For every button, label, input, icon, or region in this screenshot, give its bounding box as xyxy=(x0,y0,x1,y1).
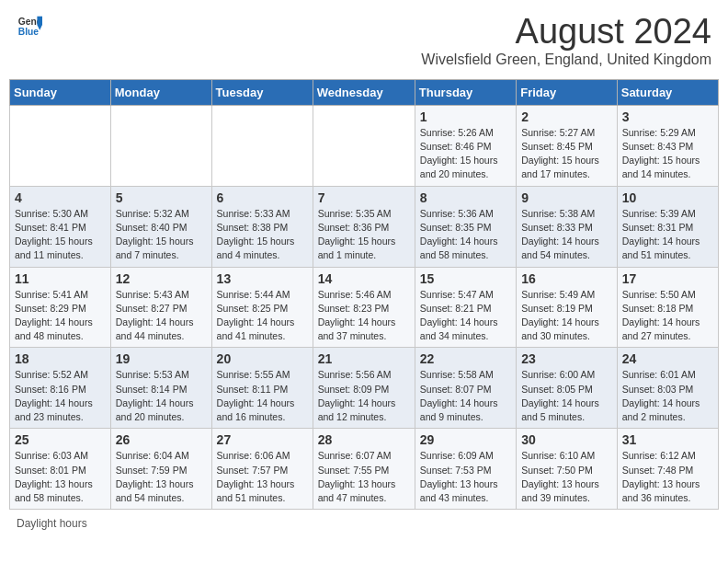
table-row: 26Sunrise: 6:04 AM Sunset: 7:59 PM Dayli… xyxy=(110,429,211,510)
calendar-header-row: Sunday Monday Tuesday Wednesday Thursday… xyxy=(10,79,719,105)
day-number: 2 xyxy=(521,109,612,124)
calendar-week-5: 25Sunrise: 6:03 AM Sunset: 8:01 PM Dayli… xyxy=(10,429,719,510)
col-thursday: Thursday xyxy=(415,79,516,105)
day-number: 30 xyxy=(521,432,612,447)
day-info: Sunrise: 5:33 AM Sunset: 8:38 PM Dayligh… xyxy=(217,207,308,263)
day-number: 5 xyxy=(116,190,207,205)
day-number: 7 xyxy=(318,190,410,205)
table-row: 5Sunrise: 5:32 AM Sunset: 8:40 PM Daylig… xyxy=(110,186,211,267)
table-row xyxy=(211,105,313,186)
day-number: 28 xyxy=(318,432,410,447)
day-info: Sunrise: 5:26 AM Sunset: 8:46 PM Dayligh… xyxy=(420,126,511,182)
col-saturday: Saturday xyxy=(617,79,718,105)
day-number: 15 xyxy=(420,271,511,286)
main-title: August 2024 xyxy=(421,13,711,52)
table-row: 12Sunrise: 5:43 AM Sunset: 8:27 PM Dayli… xyxy=(110,267,211,348)
day-info: Sunrise: 5:50 AM Sunset: 8:18 PM Dayligh… xyxy=(622,288,713,344)
day-info: Sunrise: 6:00 AM Sunset: 8:05 PM Dayligh… xyxy=(521,368,612,424)
day-info: Sunrise: 5:27 AM Sunset: 8:45 PM Dayligh… xyxy=(521,126,612,182)
calendar-week-4: 18Sunrise: 5:52 AM Sunset: 8:16 PM Dayli… xyxy=(10,348,719,429)
day-number: 21 xyxy=(318,351,410,366)
day-info: Sunrise: 5:38 AM Sunset: 8:33 PM Dayligh… xyxy=(521,207,612,263)
subtitle: Wivelsfield Green, England, United Kingd… xyxy=(421,52,711,68)
day-number: 6 xyxy=(217,190,308,205)
day-info: Sunrise: 5:53 AM Sunset: 8:14 PM Dayligh… xyxy=(116,368,207,424)
day-number: 13 xyxy=(217,271,308,286)
day-number: 25 xyxy=(15,432,106,447)
day-info: Sunrise: 6:10 AM Sunset: 7:50 PM Dayligh… xyxy=(521,449,612,505)
day-number: 14 xyxy=(318,271,410,286)
calendar-table: Sunday Monday Tuesday Wednesday Thursday… xyxy=(9,79,719,510)
day-info: Sunrise: 5:56 AM Sunset: 8:09 PM Dayligh… xyxy=(318,368,410,424)
table-row: 21Sunrise: 5:56 AM Sunset: 8:09 PM Dayli… xyxy=(313,348,415,429)
calendar-week-2: 4Sunrise: 5:30 AM Sunset: 8:41 PM Daylig… xyxy=(10,186,719,267)
day-number: 10 xyxy=(622,190,713,205)
day-number: 26 xyxy=(116,432,207,447)
table-row: 25Sunrise: 6:03 AM Sunset: 8:01 PM Dayli… xyxy=(10,429,111,510)
day-number: 8 xyxy=(420,190,511,205)
page-header: General Blue August 2024 Wivelsfield Gre… xyxy=(9,9,719,72)
table-row: 14Sunrise: 5:46 AM Sunset: 8:23 PM Dayli… xyxy=(313,267,415,348)
svg-text:Blue: Blue xyxy=(18,27,40,37)
day-info: Sunrise: 6:09 AM Sunset: 7:53 PM Dayligh… xyxy=(420,449,511,505)
day-number: 16 xyxy=(521,271,612,286)
svg-marker-2 xyxy=(37,17,42,25)
footer: Daylight hours xyxy=(9,517,719,530)
day-number: 20 xyxy=(217,351,308,366)
table-row: 30Sunrise: 6:10 AM Sunset: 7:50 PM Dayli… xyxy=(517,429,618,510)
day-number: 17 xyxy=(622,271,713,286)
table-row: 24Sunrise: 6:01 AM Sunset: 8:03 PM Dayli… xyxy=(617,348,718,429)
table-row: 2Sunrise: 5:27 AM Sunset: 8:45 PM Daylig… xyxy=(517,105,618,186)
day-info: Sunrise: 6:12 AM Sunset: 7:48 PM Dayligh… xyxy=(622,449,713,505)
day-info: Sunrise: 6:06 AM Sunset: 7:57 PM Dayligh… xyxy=(217,449,308,505)
day-info: Sunrise: 5:36 AM Sunset: 8:35 PM Dayligh… xyxy=(420,207,511,263)
table-row: 28Sunrise: 6:07 AM Sunset: 7:55 PM Dayli… xyxy=(313,429,415,510)
table-row: 11Sunrise: 5:41 AM Sunset: 8:29 PM Dayli… xyxy=(10,267,111,348)
day-number: 23 xyxy=(521,351,612,366)
day-info: Sunrise: 6:01 AM Sunset: 8:03 PM Dayligh… xyxy=(622,368,713,424)
day-info: Sunrise: 5:35 AM Sunset: 8:36 PM Dayligh… xyxy=(318,207,410,263)
day-info: Sunrise: 5:44 AM Sunset: 8:25 PM Dayligh… xyxy=(217,288,308,344)
calendar-week-1: 1Sunrise: 5:26 AM Sunset: 8:46 PM Daylig… xyxy=(10,105,719,186)
col-wednesday: Wednesday xyxy=(313,79,415,105)
day-number: 1 xyxy=(420,109,511,124)
logo: General Blue xyxy=(17,13,42,39)
day-number: 22 xyxy=(420,351,511,366)
table-row: 19Sunrise: 5:53 AM Sunset: 8:14 PM Dayli… xyxy=(110,348,211,429)
day-number: 3 xyxy=(622,109,713,124)
table-row: 17Sunrise: 5:50 AM Sunset: 8:18 PM Dayli… xyxy=(617,267,718,348)
daylight-label: Daylight hours xyxy=(17,517,87,530)
table-row: 16Sunrise: 5:49 AM Sunset: 8:19 PM Dayli… xyxy=(517,267,618,348)
table-row: 7Sunrise: 5:35 AM Sunset: 8:36 PM Daylig… xyxy=(313,186,415,267)
table-row: 27Sunrise: 6:06 AM Sunset: 7:57 PM Dayli… xyxy=(211,429,313,510)
day-info: Sunrise: 5:47 AM Sunset: 8:21 PM Dayligh… xyxy=(420,288,511,344)
table-row: 1Sunrise: 5:26 AM Sunset: 8:46 PM Daylig… xyxy=(415,105,516,186)
day-number: 4 xyxy=(15,190,106,205)
day-info: Sunrise: 5:30 AM Sunset: 8:41 PM Dayligh… xyxy=(15,207,106,263)
day-info: Sunrise: 5:39 AM Sunset: 8:31 PM Dayligh… xyxy=(622,207,713,263)
title-block: August 2024 Wivelsfield Green, England, … xyxy=(421,13,711,68)
table-row: 23Sunrise: 6:00 AM Sunset: 8:05 PM Dayli… xyxy=(517,348,618,429)
day-info: Sunrise: 5:46 AM Sunset: 8:23 PM Dayligh… xyxy=(318,288,410,344)
day-number: 19 xyxy=(116,351,207,366)
day-number: 12 xyxy=(116,271,207,286)
table-row: 18Sunrise: 5:52 AM Sunset: 8:16 PM Dayli… xyxy=(10,348,111,429)
col-sunday: Sunday xyxy=(10,79,111,105)
table-row: 9Sunrise: 5:38 AM Sunset: 8:33 PM Daylig… xyxy=(517,186,618,267)
day-number: 27 xyxy=(217,432,308,447)
table-row: 22Sunrise: 5:58 AM Sunset: 8:07 PM Dayli… xyxy=(415,348,516,429)
day-info: Sunrise: 5:32 AM Sunset: 8:40 PM Dayligh… xyxy=(116,207,207,263)
table-row xyxy=(110,105,211,186)
table-row: 3Sunrise: 5:29 AM Sunset: 8:43 PM Daylig… xyxy=(617,105,718,186)
day-info: Sunrise: 5:49 AM Sunset: 8:19 PM Dayligh… xyxy=(521,288,612,344)
day-number: 18 xyxy=(15,351,106,366)
day-number: 11 xyxy=(15,271,106,286)
col-friday: Friday xyxy=(517,79,618,105)
day-info: Sunrise: 6:04 AM Sunset: 7:59 PM Dayligh… xyxy=(116,449,207,505)
day-number: 29 xyxy=(420,432,511,447)
day-info: Sunrise: 5:52 AM Sunset: 8:16 PM Dayligh… xyxy=(15,368,106,424)
table-row: 13Sunrise: 5:44 AM Sunset: 8:25 PM Dayli… xyxy=(211,267,313,348)
calendar-week-3: 11Sunrise: 5:41 AM Sunset: 8:29 PM Dayli… xyxy=(10,267,719,348)
day-info: Sunrise: 5:29 AM Sunset: 8:43 PM Dayligh… xyxy=(622,126,713,182)
table-row: 8Sunrise: 5:36 AM Sunset: 8:35 PM Daylig… xyxy=(415,186,516,267)
